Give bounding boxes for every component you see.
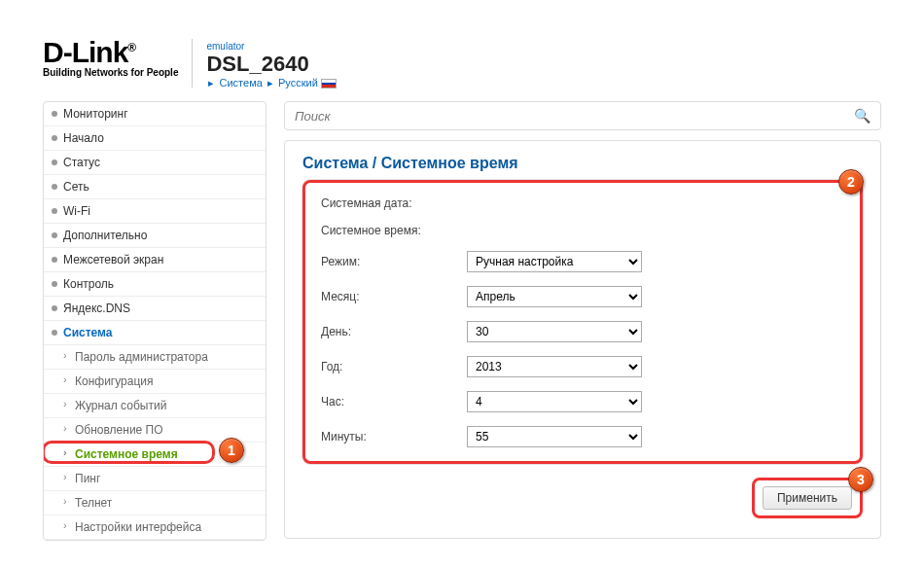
select-mode[interactable]: Ручная настройка (467, 251, 642, 272)
button-row: 3 Применить (302, 478, 863, 518)
annotation-badge-3: 3 (848, 467, 873, 492)
breadcrumb-system[interactable]: Система (220, 77, 263, 89)
annotation-badge-1: 1 (219, 438, 244, 463)
sidebar-sub-event-log[interactable]: Журнал событий (44, 394, 266, 418)
header: D-Link® Building Networks for People emu… (43, 39, 881, 89)
label-year: Год: (321, 360, 467, 373)
search-box: 🔍 (284, 101, 881, 130)
apply-highlight: 3 Применить (752, 478, 863, 518)
select-day[interactable]: 30 (467, 321, 642, 342)
sidebar-item-status[interactable]: Статус (44, 151, 266, 175)
title-parent: Система (302, 155, 368, 171)
logo-text: D-Link® (43, 39, 178, 65)
select-year[interactable]: 2013 (467, 356, 642, 377)
label-mode: Режим: (321, 255, 467, 268)
select-hour[interactable]: 4 (467, 391, 642, 412)
emulator-label: emulator (206, 41, 336, 52)
sidebar-item-control[interactable]: Контроль (44, 272, 266, 297)
select-minute[interactable]: 55 (467, 426, 642, 447)
breadcrumb: ▸ Система ▸ Русский (206, 77, 336, 89)
label-hour: Час: (321, 395, 467, 408)
page-title: Система / Системное время (302, 155, 863, 172)
sidebar-menu: Мониторинг Начало Статус Сеть Wi-Fi Допо… (44, 102, 266, 540)
sidebar: Мониторинг Начало Статус Сеть Wi-Fi Допо… (43, 101, 267, 541)
apply-button[interactable]: Применить (763, 486, 852, 510)
logo: D-Link® Building Networks for People (43, 39, 178, 78)
sidebar-sub-admin-password[interactable]: Пароль администратора (44, 345, 266, 370)
content-panel: Система / Системное время 2 Системная да… (284, 140, 881, 539)
sidebar-sub-interface-settings[interactable]: Настройки интерфейса (44, 515, 266, 540)
sidebar-item-firewall[interactable]: Межсетевой экран (44, 248, 266, 272)
model-block: emulator DSL_2640 ▸ Система ▸ Русский (206, 39, 336, 89)
label-system-time: Системное время: (321, 224, 467, 237)
time-settings-form: 2 Системная дата: Системное время: Режим… (302, 180, 863, 464)
sidebar-sub-ping[interactable]: Пинг (44, 467, 266, 491)
sidebar-item-wifi[interactable]: Wi-Fi (44, 199, 266, 224)
flag-russia-icon (321, 79, 337, 89)
search-icon[interactable]: 🔍 (854, 108, 871, 124)
breadcrumb-language[interactable]: Русский (278, 77, 318, 89)
breadcrumb-arrow-icon: ▸ (208, 77, 214, 89)
sidebar-item-start[interactable]: Начало (44, 126, 266, 151)
sidebar-sub-telnet[interactable]: Телнет (44, 491, 266, 515)
sidebar-sub-configuration[interactable]: Конфигурация (44, 370, 266, 394)
label-minute: Минуты: (321, 430, 467, 444)
sidebar-item-yandexdns[interactable]: Яндекс.DNS (44, 297, 266, 321)
header-divider (192, 39, 193, 88)
breadcrumb-arrow-icon: ▸ (267, 77, 273, 89)
label-system-date: Системная дата: (321, 196, 467, 210)
sidebar-item-advanced[interactable]: Дополнительно (44, 224, 266, 248)
annotation-badge-2: 2 (838, 169, 864, 195)
search-input[interactable] (295, 109, 854, 124)
main-content: 🔍 Система / Системное время 2 Системная … (284, 101, 881, 541)
sidebar-item-monitoring[interactable]: Мониторинг (44, 102, 266, 126)
label-day: День: (321, 325, 467, 338)
title-current: Системное время (381, 155, 518, 171)
sidebar-item-network[interactable]: Сеть (44, 175, 266, 199)
logo-tagline: Building Networks for People (43, 67, 178, 78)
sidebar-item-system[interactable]: Система (44, 321, 266, 345)
model-name: DSL_2640 (206, 52, 336, 77)
select-month[interactable]: Апрель (467, 286, 642, 307)
label-month: Месяц: (321, 290, 467, 303)
